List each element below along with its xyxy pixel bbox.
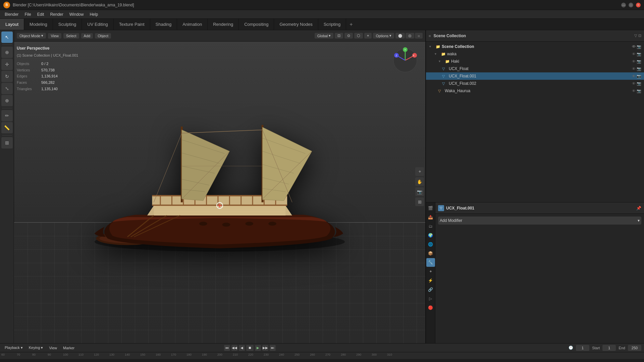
outliner-haki[interactable]: ▼ 📁 Haki 👁 📷 bbox=[426, 58, 644, 65]
proportional-edit-button[interactable]: ⊙ bbox=[344, 33, 353, 39]
modifier-prop-icon active[interactable]: 🔧 bbox=[426, 258, 435, 267]
camera-view-button[interactable]: 📷 bbox=[415, 187, 424, 196]
outliner-ucx-float-002[interactable]: ▽ UCX_Float.002 👁 📷 bbox=[426, 80, 644, 87]
jump-to-start-button[interactable]: ⏮ bbox=[224, 345, 230, 351]
rotate-tool-button[interactable]: ↻ bbox=[1, 71, 13, 82]
particle-prop-icon[interactable]: ✦ bbox=[426, 267, 435, 276]
add-tool-button[interactable]: ⊞ bbox=[1, 137, 13, 148]
outliner-ucx-float[interactable]: ▽ UCX_Float 👁 📷 bbox=[426, 65, 644, 72]
tab-animation[interactable]: Animation bbox=[177, 19, 208, 30]
window-controls[interactable]: — □ ✕ bbox=[621, 3, 641, 7]
tab-modeling[interactable]: Modeling bbox=[24, 19, 53, 30]
view-menu-button[interactable]: View bbox=[48, 33, 61, 39]
play-reverse-button[interactable]: ◀ bbox=[239, 345, 245, 351]
zoom-to-fit-button[interactable]: ⌖ bbox=[415, 167, 424, 176]
viewport-overlays-button[interactable]: ⬡ bbox=[354, 33, 363, 39]
object-menu-button[interactable]: Object bbox=[95, 33, 111, 39]
outliner-waka[interactable]: ▼ 📁 waka 👁 📷 bbox=[426, 50, 644, 58]
start-frame-input[interactable] bbox=[602, 345, 616, 351]
outliner-display-button[interactable]: ⊡ bbox=[638, 34, 641, 38]
measure-tool-button[interactable]: 📏 bbox=[1, 122, 13, 133]
timeline-keyframe-area[interactable] bbox=[0, 359, 644, 362]
ucx-float-002-render-icon[interactable]: 📷 bbox=[637, 81, 641, 86]
cursor-tool-button[interactable]: ⊕ bbox=[1, 47, 13, 58]
outliner-ucx-float-001[interactable]: ▽ UCX_Float.001 👁 📷 bbox=[426, 72, 644, 80]
menu-window[interactable]: Window bbox=[67, 11, 87, 17]
output-prop-icon[interactable]: 📤 bbox=[426, 213, 435, 222]
ucx-float-001-render-icon[interactable]: 📷 bbox=[637, 74, 641, 78]
render-icon[interactable]: 📷 bbox=[637, 45, 641, 49]
step-forward-button[interactable]: ▶▶ bbox=[262, 345, 268, 351]
tab-sculpting[interactable]: Sculpting bbox=[53, 19, 82, 30]
tab-rendering[interactable]: Rendering bbox=[208, 19, 239, 30]
select-menu-button[interactable]: Select bbox=[63, 33, 79, 39]
filter-icon[interactable]: ▽ bbox=[634, 34, 637, 38]
maximize-button[interactable]: □ bbox=[629, 3, 633, 7]
snap-button[interactable]: ⊡ bbox=[335, 33, 343, 39]
close-button[interactable]: ✕ bbox=[636, 3, 641, 7]
jump-to-end-button[interactable]: ⏭ bbox=[270, 345, 276, 351]
tab-texture-paint[interactable]: Texture Paint bbox=[114, 19, 150, 30]
viewport-gizmo-button[interactable]: ⌖ bbox=[364, 33, 372, 39]
scene-prop-icon[interactable]: 🎬 bbox=[426, 204, 435, 213]
stop-button[interactable]: ⏹ bbox=[246, 345, 254, 351]
menu-blender[interactable]: Blender bbox=[2, 11, 21, 17]
tab-uv-editing[interactable]: UV Editing bbox=[82, 19, 113, 30]
material-preview-button[interactable]: ◎ bbox=[406, 33, 414, 39]
haki-render-icon[interactable]: 📷 bbox=[637, 59, 641, 64]
menu-file[interactable]: File bbox=[22, 11, 34, 17]
keying-menu-button[interactable]: Keying ▾ bbox=[27, 345, 45, 351]
waka-visibility-icon[interactable]: 👁 bbox=[632, 52, 636, 56]
object-mode-dropdown[interactable]: Object Mode ▾ bbox=[17, 33, 46, 39]
global-orientation-dropdown[interactable]: Global ▾ bbox=[315, 33, 334, 39]
move-tool-button[interactable]: ✛ bbox=[1, 59, 13, 70]
ucx-float-002-visibility-icon[interactable]: 👁 bbox=[632, 81, 636, 86]
annotate-tool-button[interactable]: ✏ bbox=[1, 110, 13, 121]
material-prop-icon[interactable]: 🔴 bbox=[426, 303, 435, 312]
object-prop-icon[interactable]: 📦 bbox=[426, 249, 435, 258]
step-back-button[interactable]: ◀◀ bbox=[231, 345, 237, 351]
options-button[interactable]: Options ▾ bbox=[373, 33, 394, 39]
quad-view-button[interactable]: ⊞ bbox=[415, 197, 424, 206]
waka-render-icon[interactable]: 📷 bbox=[637, 52, 641, 56]
visibility-icon[interactable]: 👁 bbox=[632, 45, 636, 49]
waka-haurua-visibility-icon[interactable]: 👁 bbox=[632, 89, 636, 93]
tab-scripting[interactable]: Scripting bbox=[318, 19, 346, 30]
ucx-float-render-icon[interactable]: 📷 bbox=[637, 67, 641, 71]
world-prop-icon[interactable]: 🌐 bbox=[426, 240, 435, 249]
play-button[interactable]: ▶ bbox=[255, 345, 261, 351]
tab-layout[interactable]: Layout bbox=[0, 19, 24, 30]
data-prop-icon[interactable]: ▷ bbox=[426, 294, 435, 303]
prop-pin-icon[interactable]: 📌 bbox=[636, 206, 641, 210]
pan-button[interactable]: ✋ bbox=[415, 177, 424, 186]
select-tool-button[interactable]: ↖ bbox=[1, 32, 13, 43]
waka-haurua-render-icon[interactable]: 📷 bbox=[637, 89, 641, 93]
outliner-scene-collection[interactable]: ▼ 📁 Scene Collection 👁 📷 bbox=[426, 43, 644, 50]
timeline-ruler[interactable]: 60 70 80 90 100 110 120 130 140 150 160 … bbox=[0, 352, 644, 359]
add-menu-button[interactable]: Add bbox=[81, 33, 93, 39]
tab-compositing[interactable]: Compositing bbox=[239, 19, 274, 30]
menu-help[interactable]: Help bbox=[87, 11, 101, 17]
rendered-shading-button[interactable]: ○ bbox=[415, 33, 423, 39]
menu-render[interactable]: Render bbox=[47, 11, 66, 17]
viewport-gizmo[interactable]: X Y Z bbox=[392, 47, 419, 74]
view-menu-button[interactable]: View bbox=[47, 345, 59, 351]
tab-geometry-nodes[interactable]: Geometry Nodes bbox=[274, 19, 318, 30]
ucx-float-visibility-icon[interactable]: 👁 bbox=[632, 67, 636, 71]
end-frame-input[interactable] bbox=[628, 345, 641, 351]
constraint-prop-icon[interactable]: 🔗 bbox=[426, 285, 435, 294]
add-workspace-button[interactable]: + bbox=[346, 19, 356, 30]
menu-edit[interactable]: Edit bbox=[35, 11, 47, 17]
scale-tool-button[interactable]: ⤡ bbox=[1, 83, 13, 94]
solid-shading-button[interactable]: ⬤ bbox=[395, 33, 405, 39]
view-layer-prop-icon[interactable]: 🗂 bbox=[426, 222, 435, 231]
viewport-3d[interactable]: Object Mode ▾ View Select Add Object Glo… bbox=[14, 30, 425, 343]
outliner-waka-haurua[interactable]: ▽ Waka_Haurua 👁 📷 bbox=[426, 87, 644, 95]
marker-menu-button[interactable]: Marker bbox=[61, 345, 76, 351]
minimize-button[interactable]: — bbox=[621, 3, 626, 7]
scene-settings-icon[interactable]: 🌍 bbox=[426, 231, 435, 240]
haki-visibility-icon[interactable]: 👁 bbox=[632, 59, 636, 64]
playback-menu-button[interactable]: Playback ▾ bbox=[3, 345, 25, 351]
add-modifier-button[interactable]: Add Modifier ▾ bbox=[438, 217, 641, 225]
current-frame-input[interactable] bbox=[576, 345, 589, 351]
